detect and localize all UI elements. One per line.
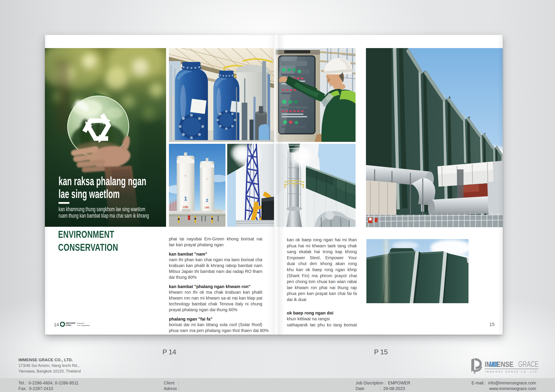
svg-text:LNG: LNG <box>205 207 209 209</box>
svg-text:2: 2 <box>206 198 208 203</box>
svg-text:Empower: Empower <box>77 322 84 324</box>
svg-text:IMMENSE GRACE CO.,LTD.: IMMENSE GRACE CO.,LTD. <box>485 370 538 373</box>
svg-text:◇: ◇ <box>206 178 208 180</box>
svg-text:Your Imagination.: Your Imagination. <box>77 324 90 326</box>
svg-text:STEEL: STEEL <box>66 324 72 326</box>
svg-text:GRACE: GRACE <box>518 360 539 369</box>
svg-text:EMPOWER: EMPOWER <box>66 322 75 324</box>
svg-text:M: M <box>493 360 497 368</box>
